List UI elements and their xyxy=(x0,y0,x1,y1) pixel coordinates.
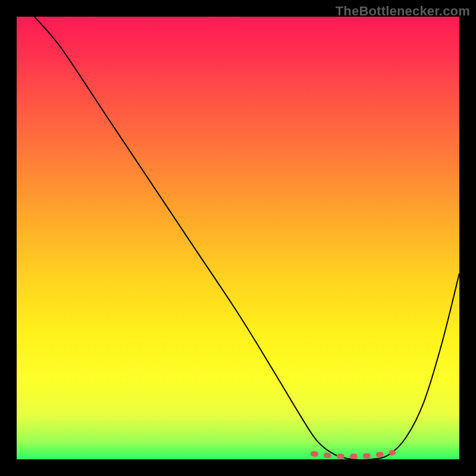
chart-overlay xyxy=(17,17,459,459)
chart-container: TheBottlenecker.com xyxy=(0,0,476,476)
plot-area xyxy=(17,17,459,459)
optimal-range-markers xyxy=(314,453,393,457)
bottleneck-curve xyxy=(35,17,459,459)
